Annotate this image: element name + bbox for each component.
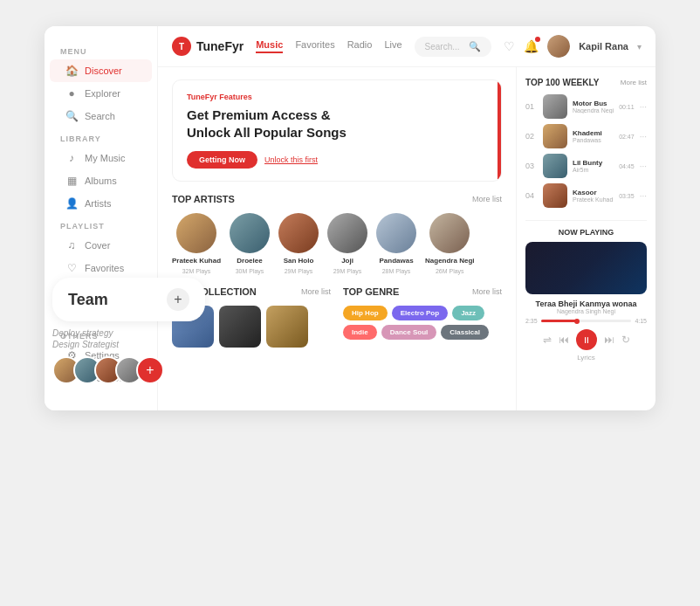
artist-item-4[interactable]: Pandawas 28M Plays (376, 213, 416, 274)
sidebar-item-favorites[interactable]: ♡ Favorites (50, 257, 152, 279)
artist-plays-4: 28M Plays (382, 268, 411, 274)
artist-item-1[interactable]: Droelee 30M Plays (230, 213, 270, 274)
artist-avatar-3 (327, 213, 367, 253)
lyrics-button[interactable]: Lyrics (525, 354, 647, 362)
sidebar-item-explorer[interactable]: ● Explorer (50, 82, 152, 105)
artist-item-2[interactable]: San Holo 29M Plays (278, 213, 319, 274)
artist-avatar-0 (176, 213, 216, 253)
genre-indie[interactable]: Indie (343, 325, 377, 340)
track-thumb-2 (543, 154, 567, 178)
now-playing-section: NOW PLAYING Teraa Bheji Kanmya wonaa Nag… (525, 220, 647, 362)
home-icon: 🏠 (65, 65, 78, 77)
genre-dance[interactable]: Dance Soul (381, 325, 437, 340)
artist-item-3[interactable]: Joji 29M Plays (327, 213, 367, 274)
banner-accent-bar (498, 80, 501, 181)
artist-avatar-2 (278, 213, 319, 253)
collection-more[interactable]: More list (301, 287, 331, 296)
artist-name-2: San Holo (284, 257, 314, 265)
logo-icon: T (172, 37, 191, 56)
artist-avatar-4 (376, 213, 416, 253)
track-dur-2: 04:45 (619, 163, 635, 169)
artist-plays-5: 26M Plays (436, 268, 464, 274)
progress-bar-wrap: 2:35 4:15 (525, 318, 647, 324)
team-add-button[interactable]: + (167, 288, 189, 311)
progress-total: 4:15 (635, 318, 647, 324)
genre-hiphop[interactable]: Hip Hop (343, 306, 388, 320)
notification-dot (535, 37, 540, 42)
sidebar-item-favorites-label: Favorites (85, 263, 124, 273)
genre-classical[interactable]: Classical (441, 325, 489, 340)
genre-more[interactable]: More list (472, 287, 502, 296)
team-desc-1: Design Strategist (52, 340, 227, 349)
nav-radio[interactable]: Radio (347, 39, 373, 53)
content-body: TuneFyr Features Get Premium Access & Un… (158, 67, 655, 410)
app-name: TuneFyr (196, 39, 244, 53)
banner-buttons: Getting Now Unlock this first (187, 151, 487, 169)
team-desc-0: Deploy strategy (52, 328, 227, 338)
chevron-down-icon[interactable]: ▾ (637, 42, 642, 52)
banner-tag: TuneFyr Features (187, 93, 487, 101)
track-num-0: 01 (525, 102, 538, 111)
top-artists-header: TOP ARTISTS More list (172, 194, 502, 204)
genre-jazz[interactable]: Jazz (452, 306, 484, 320)
get-now-button[interactable]: Getting Now (187, 151, 257, 169)
sidebar-item-mymusic-label: My Music (85, 153, 125, 163)
top-artists-more[interactable]: More list (472, 195, 502, 203)
sidebar-item-mymusic[interactable]: ♪ My Music (50, 147, 152, 169)
logo: T TuneFyr (172, 37, 244, 56)
track-more-0[interactable]: ··· (640, 102, 647, 112)
sidebar-item-discover-label: Discover (85, 65, 122, 76)
genre-tags: Hip Hop Electro Pop Jazz Indie Dance Sou… (343, 306, 502, 340)
track-more-3[interactable]: ··· (640, 191, 647, 201)
album-icon: ▦ (65, 175, 78, 187)
track-more-2[interactable]: ··· (640, 162, 647, 171)
track-thumb-1 (543, 124, 567, 148)
collection-item-2[interactable] (266, 306, 308, 348)
sidebar-item-artists[interactable]: 👤 Artists (50, 192, 152, 215)
sidebar-item-albums[interactable]: ▦ Albums (50, 169, 152, 192)
sidebar-item-search-label: Search (85, 111, 115, 121)
artist-avatar-1 (230, 213, 270, 253)
progress-bar[interactable] (541, 320, 632, 322)
heart-header-icon[interactable]: ♡ (504, 39, 515, 53)
artist-plays-1: 30M Plays (236, 268, 264, 274)
nav-music[interactable]: Music (256, 39, 283, 53)
now-playing-thumb (525, 242, 647, 294)
sidebar-item-cover[interactable]: ♫ Cover (50, 234, 152, 257)
nav-live[interactable]: Live (384, 39, 401, 53)
repeat-button[interactable]: ↻ (621, 334, 630, 346)
sidebar-item-discover[interactable]: 🏠 Discover (50, 59, 152, 82)
search-placeholder: Search... (425, 42, 460, 52)
team-avatar-add-button[interactable]: + (136, 356, 164, 384)
track-thumb-0 (543, 94, 567, 119)
search-bar[interactable]: Search... 🔍 (415, 37, 492, 57)
track-row-2[interactable]: 03 Lil Bunty Air5m 04:45 ··· (525, 154, 647, 178)
progress-fill (541, 320, 578, 322)
artist-plays-0: 32M Plays (182, 268, 211, 274)
team-section: Team + Deploy strategy Design Strategist… (52, 278, 227, 384)
top100-more[interactable]: More list (621, 79, 647, 86)
track-info-0: Motor Bus Nagendra Negi (573, 100, 614, 114)
track-num-2: 03 (525, 162, 538, 170)
track-row-1[interactable]: 02 Khademi Pandawas 02:47 ··· (525, 124, 647, 148)
track-more-1[interactable]: ··· (640, 132, 647, 141)
track-row-3[interactable]: 04 Kasoor Prateek Kuhad 03:35 ··· (525, 183, 647, 208)
genre-electro[interactable]: Electro Pop (392, 306, 448, 320)
artist-plays-2: 29M Plays (285, 268, 313, 274)
artist-item-0[interactable]: Prateek Kuhad 32M Plays (172, 213, 221, 274)
main-area: T TuneFyr Music Favorites Radio Live Sea… (158, 26, 655, 410)
np-song-name: Teraa Bheji Kanmya wonaa (525, 300, 647, 308)
next-button[interactable]: ⏭ (604, 334, 614, 346)
prev-button[interactable]: ⏮ (559, 334, 569, 346)
track-dur-0: 00:11 (619, 104, 635, 110)
shuffle-button[interactable]: ⇌ (543, 334, 552, 346)
unlock-button[interactable]: Unlock this first (264, 151, 318, 169)
nav-favorites[interactable]: Favorites (295, 39, 334, 53)
banner-title: Get Premium Access & Unlock All Popular … (187, 107, 487, 141)
play-pause-button[interactable]: ⏸ (576, 329, 597, 350)
track-row-0[interactable]: 01 Motor Bus Nagendra Negi 00:11 ··· (525, 94, 647, 119)
artist-item-5[interactable]: Nagendra Negi 26M Plays (425, 213, 474, 274)
notification-badge[interactable]: 🔔 (524, 38, 539, 54)
search-icon: 🔍 (65, 110, 78, 122)
sidebar-item-search[interactable]: 🔍 Search (50, 105, 152, 127)
